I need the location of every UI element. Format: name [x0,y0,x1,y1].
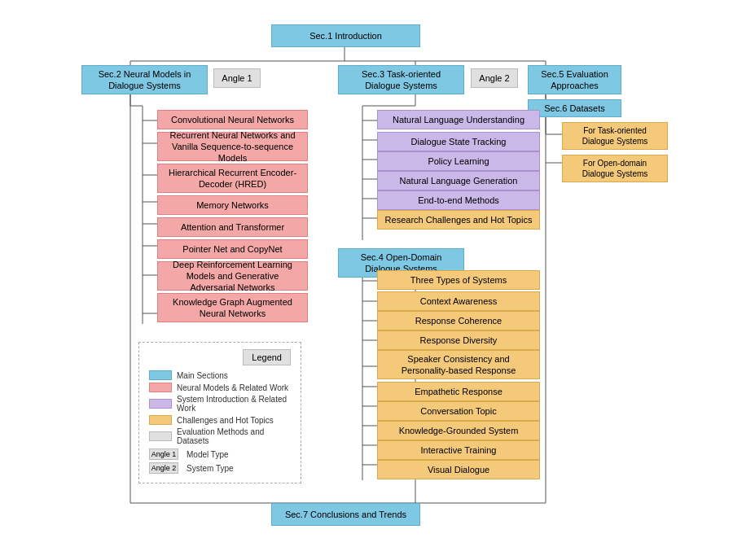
legend-item-main: Main Sections [149,370,291,380]
legend-text-challenges: Challenges and Hot Topics [177,416,274,425]
open-item-8: Interactive Training [377,440,540,460]
neural-label-4: Attention and Transformer [181,221,284,233]
legend-box: Legend Main Sections Neural Models & Rel… [138,342,301,483]
neural-item-1: Recurrent Neural Networks and Vanilla Se… [157,132,308,161]
sec5-node: Sec.5 Evaluation Approaches [528,65,621,94]
task-label-1: Dialogue State Tracking [411,136,507,147]
task-item-2: Policy Learning [377,151,540,171]
legend-angle1: Angle 1 Model Type [149,448,291,460]
neural-label-1: Recurrent Neural Networks and Vanilla Se… [165,129,301,164]
legend-item-neural: Neural Models & Related Work [149,383,291,392]
task-label-2: Policy Learning [428,155,489,167]
legend-item-system: System Introduction & Related Work [149,395,291,413]
legend-item-eval: Evaluation Methods and Datasets [149,427,291,445]
legend-color-neural [149,383,172,392]
sec7-label: Sec.7 Conclusions and Trends [285,509,406,520]
neural-item-3: Memory Networks [157,195,308,215]
legend-text-system: System Introduction & Related Work [177,395,291,413]
neural-item-4: Attention and Transformer [157,217,308,237]
task-label-3: Natural Language Generation [400,175,518,186]
neural-label-3: Memory Networks [196,199,269,211]
open-label-3: Response Diversity [420,335,498,346]
open-item-6: Conversation Topic [377,401,540,421]
legend-text-main: Main Sections [177,371,228,380]
open-label-1: Context Awareness [420,295,498,307]
neural-item-7: Knowledge Graph Augmented Neural Network… [157,293,308,322]
sec7-node: Sec.7 Conclusions and Trends [271,503,420,526]
open-item-9: Visual Dialogue [377,460,540,479]
neural-label-5: Pointer Net and CopyNet [182,243,282,255]
open-label-4: Speaker Consistency and Personality-base… [384,353,533,377]
angle1-label: Angle 1 [222,72,252,84]
angle2-node: Angle 2 [471,68,518,88]
legend-angle2: Angle 2 System Type [149,462,291,474]
for-task-node: For Task-oriented Dialogue Systems [562,122,668,150]
open-item-0: Three Types of Systems [377,270,540,290]
sec2-label: Sec.2 Neural Models in Dialogue Systems [89,68,200,92]
open-item-2: Response Coherence [377,311,540,330]
task-item-4: End-to-end Methods [377,190,540,210]
legend-color-system [149,399,172,409]
open-label-6: Conversation Topic [420,405,496,417]
neural-item-5: Pointer Net and CopyNet [157,239,308,259]
neural-label-2: Hierarchical Recurrent Encoder-Decoder (… [165,167,301,190]
legend-color-main [149,370,172,380]
open-label-9: Visual Dialogue [428,464,489,475]
task-item-3: Natural Language Generation [377,171,540,190]
open-item-1: Context Awareness [377,291,540,311]
legend-text-eval: Evaluation Methods and Datasets [177,427,291,445]
task-label-5: Research Challenges and Hot Topics [385,214,533,225]
for-open-node: For Open-domain Dialogue Systems [562,155,668,182]
sec6-label: Sec.6 Datasets [544,103,605,114]
task-item-1: Dialogue State Tracking [377,132,540,151]
neural-label-0: Convolutional Neural Networks [171,114,294,125]
sec1-intro: Sec.1 Introduction [271,24,420,47]
task-item-5: Research Challenges and Hot Topics [377,210,540,230]
neural-label-7: Knowledge Graph Augmented Neural Network… [165,296,301,320]
sec5-label: Sec.5 Evaluation Approaches [535,68,614,92]
legend-title: Legend [243,349,291,365]
angle1-node: Angle 1 [213,68,261,88]
legend-color-eval [149,431,172,441]
legend-text-angle1: Model Type [187,450,229,459]
open-item-4: Speaker Consistency and Personality-base… [377,350,540,379]
diagram-container: Sec.1 Introduction Sec.2 Neural Models i… [0,0,733,16]
neural-label-6: Deep Reinforcement Learning Models and G… [165,259,301,294]
neural-item-6: Deep Reinforcement Learning Models and G… [157,261,308,291]
legend-color-challenges [149,415,172,425]
legend-title-label: Legend [252,352,282,362]
sec3-label: Sec.3 Task-oriented Dialogue Systems [345,68,457,92]
neural-item-0: Convolutional Neural Networks [157,110,308,129]
legend-item-challenges: Challenges and Hot Topics [149,415,291,425]
sec2-node: Sec.2 Neural Models in Dialogue Systems [81,65,208,94]
open-item-3: Response Diversity [377,330,540,350]
for-task-label: For Task-oriented Dialogue Systems [569,125,661,147]
sec3-node: Sec.3 Task-oriented Dialogue Systems [338,65,464,94]
task-item-0: Natural Language Understanding [377,110,540,129]
sec6-node: Sec.6 Datasets [528,99,621,117]
for-open-label: For Open-domain Dialogue Systems [569,158,661,179]
angle2-label: Angle 2 [479,72,509,84]
sec1-label: Sec.1 Introduction [309,30,382,42]
open-label-0: Three Types of Systems [410,274,507,286]
legend-text-neural: Neural Models & Related Work [177,383,288,392]
neural-item-2: Hierarchical Recurrent Encoder-Decoder (… [157,164,308,193]
open-item-5: Empathetic Response [377,382,540,401]
legend-color-angle2: Angle 2 [149,462,178,474]
legend-text-angle2: System Type [187,464,234,473]
open-label-2: Response Coherence [415,315,502,326]
open-label-5: Empathetic Response [415,386,503,397]
legend-color-angle1: Angle 1 [149,448,178,460]
task-label-4: End-to-end Methods [418,195,499,206]
open-item-7: Knowledge-Grounded System [377,421,540,440]
open-label-7: Knowledge-Grounded System [399,425,519,436]
open-label-8: Interactive Training [421,444,497,456]
task-label-0: Natural Language Understanding [393,114,525,125]
